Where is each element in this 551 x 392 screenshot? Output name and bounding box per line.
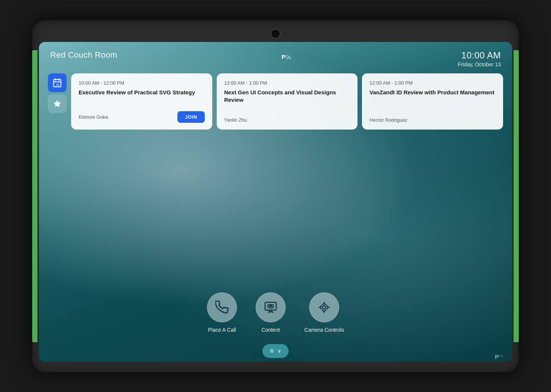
sidebar-icons: 10 <box>48 73 67 130</box>
calendar-icon: 10 <box>52 78 62 88</box>
favorites-button[interactable] <box>48 94 67 113</box>
header: Red Couch Room poly <box>39 42 512 73</box>
bottom-bar: ≡ ∨ <box>39 344 512 362</box>
place-a-call-action[interactable]: Place A Call <box>207 292 237 333</box>
meeting-card-3[interactable]: 12:00 AM - 1:00 PM VanZandt ID Review wi… <box>362 73 503 130</box>
meeting-organizer-1: Kishore Goka <box>79 114 108 120</box>
camera-controls-label: Camera Controls <box>304 327 344 333</box>
svg-marker-6 <box>54 100 61 107</box>
meeting-organizer-3: Hector Rodriguez <box>369 117 407 123</box>
calendar-button[interactable]: 10 <box>48 73 67 92</box>
svg-text:10: 10 <box>56 83 59 86</box>
meeting-card-2[interactable]: 12:00 AM - 1:00 PM Next Gen UI Concepts … <box>217 73 358 130</box>
phone-icon <box>215 301 229 314</box>
logo-area: poly <box>281 50 294 64</box>
time-area: 10:00 AM Friday, October 13 <box>458 50 501 67</box>
meeting-cards: 10:00 AM - 12:00 PM Executive Review of … <box>71 73 503 130</box>
camera-controls-circle <box>309 292 339 322</box>
join-button-1[interactable]: JOIN <box>177 111 204 123</box>
actions-section: Place A Call Content <box>39 292 512 344</box>
content-label: Content <box>262 327 280 333</box>
svg-point-10 <box>322 306 326 309</box>
content-icon <box>264 301 277 314</box>
meeting-title-1: Executive Review of Practical SVG Strate… <box>79 89 205 106</box>
date-display: Friday, October 13 <box>458 61 501 67</box>
camera-controls-action[interactable]: Camera Controls <box>304 292 344 333</box>
place-a-call-circle <box>207 292 237 322</box>
meeting-time-3: 12:00 AM - 1:00 PM <box>369 80 496 86</box>
menu-tab[interactable]: ≡ ∨ <box>262 344 289 358</box>
meetings-section: 10 10:00 AM - 12:00 PM Executive Revie <box>39 73 512 130</box>
meeting-footer-1: Kishore Goka JOIN <box>79 111 205 123</box>
screen-content: Red Couch Room poly <box>39 42 512 362</box>
star-icon <box>53 99 62 108</box>
device-top-bar <box>39 27 512 40</box>
chevron-down-icon: ∨ <box>277 348 281 354</box>
meeting-title-3: VanZandt ID Review with Product Manageme… <box>369 89 496 112</box>
meeting-organizer-2: Yanlin Zhu <box>224 117 247 123</box>
time-display: 10:00 AM <box>458 50 501 61</box>
poly-logo-icon: poly <box>281 50 294 64</box>
meeting-time-1: 10:00 AM - 12:00 PM <box>79 80 205 86</box>
meeting-time-2: 12:00 AM - 1:00 PM <box>224 80 350 86</box>
device-frame: Red Couch Room poly <box>32 20 519 372</box>
content-circle <box>256 292 286 322</box>
meeting-footer-3: Hector Rodriguez <box>369 117 496 123</box>
move-icon <box>317 301 331 314</box>
content-action[interactable]: Content <box>256 292 286 333</box>
place-a-call-label: Place A Call <box>208 327 236 333</box>
meeting-footer-2: Yanlin Zhu <box>224 117 350 123</box>
camera <box>270 28 281 39</box>
hamburger-icon: ≡ <box>270 347 274 355</box>
meeting-card-1[interactable]: 10:00 AM - 12:00 PM Executive Review of … <box>71 73 212 130</box>
screen: Red Couch Room poly <box>39 42 512 362</box>
meeting-title-2: Next Gen UI Concepts and Visual Designs … <box>224 89 350 112</box>
room-name: Red Couch Room <box>50 50 117 60</box>
svg-text:poly: poly <box>287 57 292 60</box>
